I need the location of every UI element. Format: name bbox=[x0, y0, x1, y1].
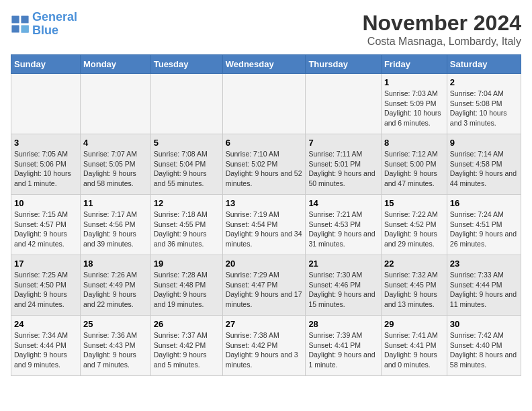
day-info: Sunrise: 7:30 AM Sunset: 4:46 PM Dayligh… bbox=[308, 270, 378, 310]
calendar-cell: 25Sunrise: 7:36 AM Sunset: 4:43 PM Dayli… bbox=[80, 316, 150, 376]
calendar-cell bbox=[11, 74, 81, 134]
day-number: 10 bbox=[14, 198, 77, 208]
day-info: Sunrise: 7:03 AM Sunset: 5:09 PM Dayligh… bbox=[384, 89, 444, 128]
day-header-saturday: Saturday bbox=[447, 55, 521, 74]
calendar-cell bbox=[80, 74, 150, 134]
day-info: Sunrise: 7:15 AM Sunset: 4:57 PM Dayligh… bbox=[14, 210, 77, 249]
svg-rect-2 bbox=[11, 25, 19, 32]
day-header-tuesday: Tuesday bbox=[150, 55, 222, 74]
day-number: 14 bbox=[308, 198, 378, 208]
week-row-4: 17Sunrise: 7:25 AM Sunset: 4:50 PM Dayli… bbox=[11, 255, 521, 316]
day-number: 29 bbox=[384, 319, 444, 329]
calendar-cell: 12Sunrise: 7:18 AM Sunset: 4:55 PM Dayli… bbox=[150, 195, 222, 255]
day-number: 8 bbox=[384, 138, 444, 148]
day-info: Sunrise: 7:42 AM Sunset: 4:40 PM Dayligh… bbox=[450, 330, 518, 370]
calendar-cell: 3Sunrise: 7:05 AM Sunset: 5:06 PM Daylig… bbox=[11, 134, 81, 195]
day-number: 6 bbox=[226, 138, 303, 148]
day-number: 18 bbox=[83, 259, 148, 269]
day-info: Sunrise: 7:05 AM Sunset: 5:06 PM Dayligh… bbox=[14, 149, 77, 189]
week-row-2: 3Sunrise: 7:05 AM Sunset: 5:06 PM Daylig… bbox=[11, 134, 521, 195]
day-info: Sunrise: 7:10 AM Sunset: 5:02 PM Dayligh… bbox=[226, 149, 303, 189]
day-info: Sunrise: 7:08 AM Sunset: 5:04 PM Dayligh… bbox=[154, 149, 220, 189]
day-info: Sunrise: 7:36 AM Sunset: 4:43 PM Dayligh… bbox=[83, 330, 148, 370]
calendar-cell: 9Sunrise: 7:14 AM Sunset: 4:58 PM Daylig… bbox=[447, 134, 521, 195]
calendar-cell: 8Sunrise: 7:12 AM Sunset: 5:00 PM Daylig… bbox=[381, 134, 447, 195]
day-info: Sunrise: 7:12 AM Sunset: 5:00 PM Dayligh… bbox=[384, 149, 444, 189]
day-number: 12 bbox=[154, 198, 220, 208]
day-info: Sunrise: 7:29 AM Sunset: 4:47 PM Dayligh… bbox=[226, 270, 303, 310]
calendar-cell: 1Sunrise: 7:03 AM Sunset: 5:09 PM Daylig… bbox=[381, 74, 447, 134]
day-number: 27 bbox=[226, 319, 303, 329]
logo-icon bbox=[11, 15, 30, 34]
day-info: Sunrise: 7:14 AM Sunset: 4:58 PM Dayligh… bbox=[450, 149, 518, 189]
calendar-cell: 28Sunrise: 7:39 AM Sunset: 4:41 PM Dayli… bbox=[306, 316, 382, 376]
day-number: 19 bbox=[154, 259, 220, 269]
day-info: Sunrise: 7:26 AM Sunset: 4:49 PM Dayligh… bbox=[83, 270, 148, 310]
logo: General Blue bbox=[11, 11, 77, 38]
day-number: 5 bbox=[154, 138, 220, 148]
calendar-cell: 23Sunrise: 7:33 AM Sunset: 4:44 PM Dayli… bbox=[447, 255, 521, 316]
calendar-cell: 22Sunrise: 7:32 AM Sunset: 4:45 PM Dayli… bbox=[381, 255, 447, 316]
day-info: Sunrise: 7:25 AM Sunset: 4:50 PM Dayligh… bbox=[14, 270, 77, 310]
day-number: 11 bbox=[83, 198, 148, 208]
day-number: 26 bbox=[154, 319, 220, 329]
calendar-cell bbox=[306, 74, 382, 134]
calendar-cell: 5Sunrise: 7:08 AM Sunset: 5:04 PM Daylig… bbox=[150, 134, 222, 195]
day-info: Sunrise: 7:18 AM Sunset: 4:55 PM Dayligh… bbox=[154, 210, 220, 249]
day-info: Sunrise: 7:32 AM Sunset: 4:45 PM Dayligh… bbox=[384, 270, 444, 310]
calendar-cell: 20Sunrise: 7:29 AM Sunset: 4:47 PM Dayli… bbox=[222, 255, 306, 316]
day-info: Sunrise: 7:04 AM Sunset: 5:08 PM Dayligh… bbox=[450, 89, 518, 128]
subtitle: Costa Masnaga, Lombardy, Italy bbox=[362, 36, 521, 48]
main-title: November 2024 bbox=[362, 11, 521, 36]
day-number: 15 bbox=[384, 198, 444, 208]
day-number: 24 bbox=[14, 319, 77, 329]
calendar-cell: 24Sunrise: 7:34 AM Sunset: 4:44 PM Dayli… bbox=[11, 316, 81, 376]
logo-text: General Blue bbox=[32, 11, 77, 38]
day-number: 30 bbox=[450, 319, 518, 329]
day-info: Sunrise: 7:41 AM Sunset: 4:41 PM Dayligh… bbox=[384, 330, 444, 370]
logo-line2: Blue bbox=[32, 24, 58, 37]
day-number: 21 bbox=[308, 259, 378, 269]
svg-rect-1 bbox=[21, 15, 28, 23]
day-number: 17 bbox=[14, 259, 77, 269]
calendar-cell: 27Sunrise: 7:38 AM Sunset: 4:42 PM Dayli… bbox=[222, 316, 306, 376]
calendar-cell: 13Sunrise: 7:19 AM Sunset: 4:54 PM Dayli… bbox=[222, 195, 306, 255]
day-header-thursday: Thursday bbox=[306, 55, 382, 74]
calendar-cell: 21Sunrise: 7:30 AM Sunset: 4:46 PM Dayli… bbox=[306, 255, 382, 316]
day-number: 7 bbox=[308, 138, 378, 148]
day-number: 13 bbox=[226, 198, 303, 208]
day-number: 1 bbox=[384, 77, 444, 87]
calendar-cell: 16Sunrise: 7:24 AM Sunset: 4:51 PM Dayli… bbox=[447, 195, 521, 255]
calendar-cell: 15Sunrise: 7:22 AM Sunset: 4:52 PM Dayli… bbox=[381, 195, 447, 255]
day-number: 9 bbox=[450, 138, 518, 148]
day-header-sunday: Sunday bbox=[11, 55, 81, 74]
logo-line1: General bbox=[32, 10, 77, 24]
day-info: Sunrise: 7:38 AM Sunset: 4:42 PM Dayligh… bbox=[226, 330, 303, 370]
day-info: Sunrise: 7:22 AM Sunset: 4:52 PM Dayligh… bbox=[384, 210, 444, 249]
calendar-cell: 14Sunrise: 7:21 AM Sunset: 4:53 PM Dayli… bbox=[306, 195, 382, 255]
day-number: 4 bbox=[83, 138, 148, 148]
calendar-cell: 6Sunrise: 7:10 AM Sunset: 5:02 PM Daylig… bbox=[222, 134, 306, 195]
calendar-cell: 17Sunrise: 7:25 AM Sunset: 4:50 PM Dayli… bbox=[11, 255, 81, 316]
day-info: Sunrise: 7:28 AM Sunset: 4:48 PM Dayligh… bbox=[154, 270, 220, 310]
calendar-cell: 18Sunrise: 7:26 AM Sunset: 4:49 PM Dayli… bbox=[80, 255, 150, 316]
calendar-cell: 30Sunrise: 7:42 AM Sunset: 4:40 PM Dayli… bbox=[447, 316, 521, 376]
day-number: 28 bbox=[308, 319, 378, 329]
day-info: Sunrise: 7:17 AM Sunset: 4:56 PM Dayligh… bbox=[83, 210, 148, 249]
title-block: November 2024 Costa Masnaga, Lombardy, I… bbox=[362, 11, 521, 48]
day-info: Sunrise: 7:11 AM Sunset: 5:01 PM Dayligh… bbox=[308, 149, 378, 189]
calendar-cell: 2Sunrise: 7:04 AM Sunset: 5:08 PM Daylig… bbox=[447, 74, 521, 134]
page: General Blue November 2024 Costa Masnaga… bbox=[0, 0, 532, 387]
day-header-monday: Monday bbox=[80, 55, 150, 74]
calendar-cell: 29Sunrise: 7:41 AM Sunset: 4:41 PM Dayli… bbox=[381, 316, 447, 376]
day-number: 3 bbox=[14, 138, 77, 148]
svg-rect-0 bbox=[11, 15, 19, 23]
day-header-wednesday: Wednesday bbox=[222, 55, 306, 74]
day-info: Sunrise: 7:33 AM Sunset: 4:44 PM Dayligh… bbox=[450, 270, 518, 310]
day-number: 23 bbox=[450, 259, 518, 269]
day-info: Sunrise: 7:07 AM Sunset: 5:05 PM Dayligh… bbox=[83, 149, 148, 189]
calendar-cell bbox=[150, 74, 222, 134]
calendar-cell: 10Sunrise: 7:15 AM Sunset: 4:57 PM Dayli… bbox=[11, 195, 81, 255]
calendar-cell: 19Sunrise: 7:28 AM Sunset: 4:48 PM Dayli… bbox=[150, 255, 222, 316]
week-row-3: 10Sunrise: 7:15 AM Sunset: 4:57 PM Dayli… bbox=[11, 195, 521, 255]
